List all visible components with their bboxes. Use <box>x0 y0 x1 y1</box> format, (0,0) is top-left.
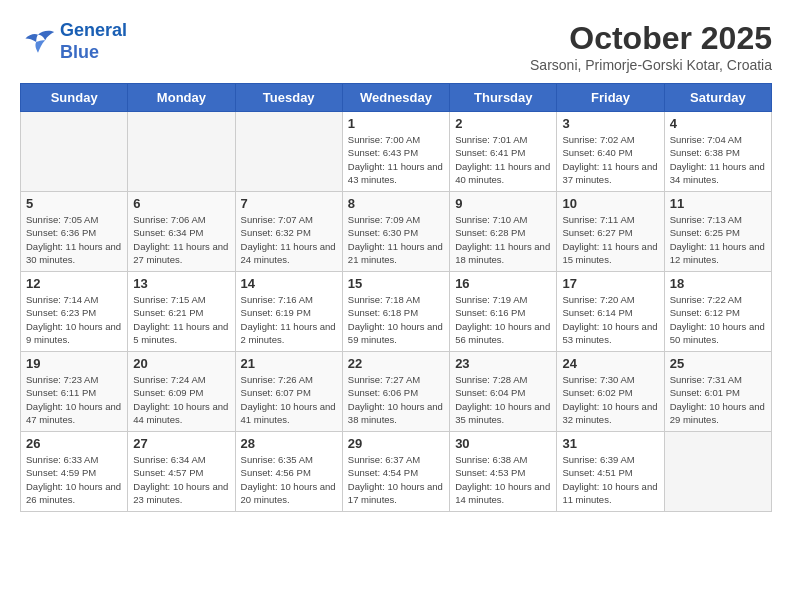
calendar-header-row: SundayMondayTuesdayWednesdayThursdayFrid… <box>21 84 772 112</box>
day-info: Sunrise: 7:27 AMSunset: 6:06 PMDaylight:… <box>348 373 444 426</box>
weekday-header: Thursday <box>450 84 557 112</box>
calendar-week-row: 12Sunrise: 7:14 AMSunset: 6:23 PMDayligh… <box>21 272 772 352</box>
calendar-cell: 31Sunrise: 6:39 AMSunset: 4:51 PMDayligh… <box>557 432 664 512</box>
day-info: Sunrise: 7:22 AMSunset: 6:12 PMDaylight:… <box>670 293 766 346</box>
logo-icon <box>20 27 56 57</box>
logo-text: General Blue <box>60 20 127 63</box>
calendar-cell: 1Sunrise: 7:00 AMSunset: 6:43 PMDaylight… <box>342 112 449 192</box>
day-number: 28 <box>241 436 337 451</box>
day-info: Sunrise: 6:33 AMSunset: 4:59 PMDaylight:… <box>26 453 122 506</box>
day-info: Sunrise: 7:06 AMSunset: 6:34 PMDaylight:… <box>133 213 229 266</box>
day-info: Sunrise: 7:07 AMSunset: 6:32 PMDaylight:… <box>241 213 337 266</box>
day-info: Sunrise: 7:01 AMSunset: 6:41 PMDaylight:… <box>455 133 551 186</box>
day-number: 7 <box>241 196 337 211</box>
day-info: Sunrise: 6:39 AMSunset: 4:51 PMDaylight:… <box>562 453 658 506</box>
day-number: 23 <box>455 356 551 371</box>
day-number: 21 <box>241 356 337 371</box>
day-number: 9 <box>455 196 551 211</box>
calendar-cell: 18Sunrise: 7:22 AMSunset: 6:12 PMDayligh… <box>664 272 771 352</box>
calendar-cell: 19Sunrise: 7:23 AMSunset: 6:11 PMDayligh… <box>21 352 128 432</box>
calendar-cell <box>128 112 235 192</box>
weekday-header: Monday <box>128 84 235 112</box>
day-number: 1 <box>348 116 444 131</box>
calendar-title: October 2025 <box>530 20 772 57</box>
weekday-header: Wednesday <box>342 84 449 112</box>
day-number: 15 <box>348 276 444 291</box>
calendar-cell: 26Sunrise: 6:33 AMSunset: 4:59 PMDayligh… <box>21 432 128 512</box>
day-number: 4 <box>670 116 766 131</box>
calendar-cell: 12Sunrise: 7:14 AMSunset: 6:23 PMDayligh… <box>21 272 128 352</box>
day-info: Sunrise: 7:00 AMSunset: 6:43 PMDaylight:… <box>348 133 444 186</box>
day-info: Sunrise: 7:31 AMSunset: 6:01 PMDaylight:… <box>670 373 766 426</box>
day-number: 6 <box>133 196 229 211</box>
calendar-week-row: 19Sunrise: 7:23 AMSunset: 6:11 PMDayligh… <box>21 352 772 432</box>
day-number: 24 <box>562 356 658 371</box>
day-info: Sunrise: 7:20 AMSunset: 6:14 PMDaylight:… <box>562 293 658 346</box>
calendar-week-row: 1Sunrise: 7:00 AMSunset: 6:43 PMDaylight… <box>21 112 772 192</box>
calendar-cell: 30Sunrise: 6:38 AMSunset: 4:53 PMDayligh… <box>450 432 557 512</box>
day-number: 27 <box>133 436 229 451</box>
day-info: Sunrise: 6:37 AMSunset: 4:54 PMDaylight:… <box>348 453 444 506</box>
calendar-cell: 24Sunrise: 7:30 AMSunset: 6:02 PMDayligh… <box>557 352 664 432</box>
day-info: Sunrise: 7:16 AMSunset: 6:19 PMDaylight:… <box>241 293 337 346</box>
day-number: 30 <box>455 436 551 451</box>
day-number: 12 <box>26 276 122 291</box>
calendar-cell: 23Sunrise: 7:28 AMSunset: 6:04 PMDayligh… <box>450 352 557 432</box>
calendar-cell: 6Sunrise: 7:06 AMSunset: 6:34 PMDaylight… <box>128 192 235 272</box>
day-info: Sunrise: 7:10 AMSunset: 6:28 PMDaylight:… <box>455 213 551 266</box>
day-number: 13 <box>133 276 229 291</box>
day-info: Sunrise: 7:24 AMSunset: 6:09 PMDaylight:… <box>133 373 229 426</box>
day-info: Sunrise: 6:35 AMSunset: 4:56 PMDaylight:… <box>241 453 337 506</box>
calendar-cell <box>235 112 342 192</box>
calendar-cell: 28Sunrise: 6:35 AMSunset: 4:56 PMDayligh… <box>235 432 342 512</box>
day-info: Sunrise: 7:11 AMSunset: 6:27 PMDaylight:… <box>562 213 658 266</box>
day-number: 11 <box>670 196 766 211</box>
day-info: Sunrise: 7:14 AMSunset: 6:23 PMDaylight:… <box>26 293 122 346</box>
calendar-cell: 17Sunrise: 7:20 AMSunset: 6:14 PMDayligh… <box>557 272 664 352</box>
day-number: 10 <box>562 196 658 211</box>
calendar-cell: 7Sunrise: 7:07 AMSunset: 6:32 PMDaylight… <box>235 192 342 272</box>
day-number: 14 <box>241 276 337 291</box>
day-info: Sunrise: 7:09 AMSunset: 6:30 PMDaylight:… <box>348 213 444 266</box>
weekday-header: Friday <box>557 84 664 112</box>
calendar-cell: 10Sunrise: 7:11 AMSunset: 6:27 PMDayligh… <box>557 192 664 272</box>
day-info: Sunrise: 7:28 AMSunset: 6:04 PMDaylight:… <box>455 373 551 426</box>
calendar-week-row: 26Sunrise: 6:33 AMSunset: 4:59 PMDayligh… <box>21 432 772 512</box>
day-info: Sunrise: 7:13 AMSunset: 6:25 PMDaylight:… <box>670 213 766 266</box>
day-info: Sunrise: 6:38 AMSunset: 4:53 PMDaylight:… <box>455 453 551 506</box>
day-number: 19 <box>26 356 122 371</box>
calendar-cell: 11Sunrise: 7:13 AMSunset: 6:25 PMDayligh… <box>664 192 771 272</box>
calendar-week-row: 5Sunrise: 7:05 AMSunset: 6:36 PMDaylight… <box>21 192 772 272</box>
day-number: 8 <box>348 196 444 211</box>
calendar-cell: 14Sunrise: 7:16 AMSunset: 6:19 PMDayligh… <box>235 272 342 352</box>
day-number: 22 <box>348 356 444 371</box>
calendar-cell <box>21 112 128 192</box>
page-header: General Blue October 2025 Sarsoni, Primo… <box>20 20 772 73</box>
calendar-cell: 15Sunrise: 7:18 AMSunset: 6:18 PMDayligh… <box>342 272 449 352</box>
calendar-cell: 13Sunrise: 7:15 AMSunset: 6:21 PMDayligh… <box>128 272 235 352</box>
day-number: 16 <box>455 276 551 291</box>
calendar-cell: 3Sunrise: 7:02 AMSunset: 6:40 PMDaylight… <box>557 112 664 192</box>
day-info: Sunrise: 7:04 AMSunset: 6:38 PMDaylight:… <box>670 133 766 186</box>
calendar-body: 1Sunrise: 7:00 AMSunset: 6:43 PMDaylight… <box>21 112 772 512</box>
calendar-cell: 5Sunrise: 7:05 AMSunset: 6:36 PMDaylight… <box>21 192 128 272</box>
day-number: 25 <box>670 356 766 371</box>
day-number: 26 <box>26 436 122 451</box>
weekday-header: Sunday <box>21 84 128 112</box>
weekday-header: Tuesday <box>235 84 342 112</box>
calendar-cell: 25Sunrise: 7:31 AMSunset: 6:01 PMDayligh… <box>664 352 771 432</box>
day-info: Sunrise: 7:23 AMSunset: 6:11 PMDaylight:… <box>26 373 122 426</box>
weekday-header: Saturday <box>664 84 771 112</box>
day-info: Sunrise: 7:05 AMSunset: 6:36 PMDaylight:… <box>26 213 122 266</box>
day-info: Sunrise: 6:34 AMSunset: 4:57 PMDaylight:… <box>133 453 229 506</box>
day-info: Sunrise: 7:19 AMSunset: 6:16 PMDaylight:… <box>455 293 551 346</box>
day-number: 18 <box>670 276 766 291</box>
day-info: Sunrise: 7:15 AMSunset: 6:21 PMDaylight:… <box>133 293 229 346</box>
day-info: Sunrise: 7:18 AMSunset: 6:18 PMDaylight:… <box>348 293 444 346</box>
day-number: 17 <box>562 276 658 291</box>
calendar-subtitle: Sarsoni, Primorje-Gorski Kotar, Croatia <box>530 57 772 73</box>
calendar-cell: 21Sunrise: 7:26 AMSunset: 6:07 PMDayligh… <box>235 352 342 432</box>
calendar-cell: 22Sunrise: 7:27 AMSunset: 6:06 PMDayligh… <box>342 352 449 432</box>
day-info: Sunrise: 7:02 AMSunset: 6:40 PMDaylight:… <box>562 133 658 186</box>
day-info: Sunrise: 7:26 AMSunset: 6:07 PMDaylight:… <box>241 373 337 426</box>
